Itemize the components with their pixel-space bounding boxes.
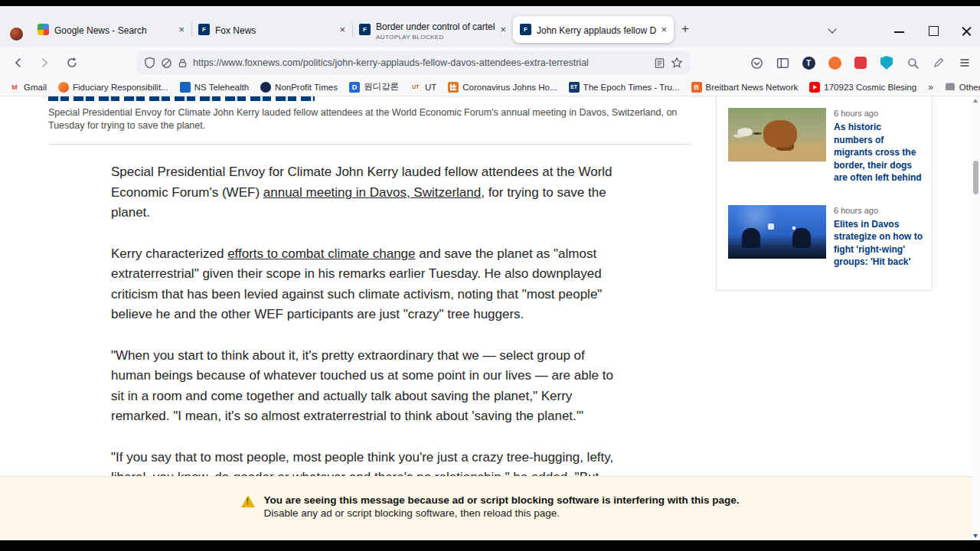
warning-triangle-icon bbox=[241, 495, 255, 507]
folder-icon bbox=[945, 82, 956, 93]
bookmark-coronavirus-jhu[interactable]: Coronavirus Johns Ho... bbox=[448, 82, 557, 93]
story-headline[interactable]: As historic numbers of migrants cross th… bbox=[834, 121, 923, 184]
address-bar[interactable]: https://www.foxnews.com/politics/john-ke… bbox=[136, 51, 691, 74]
fox-favicon bbox=[520, 24, 531, 35]
orange-grid-icon bbox=[448, 82, 459, 93]
bookmark-label: The Epoch Times - Tru... bbox=[583, 83, 680, 92]
scroll-down-arrow-icon[interactable] bbox=[973, 534, 978, 538]
forward-button[interactable] bbox=[34, 52, 55, 73]
bookmark-ut[interactable]: UT bbox=[410, 82, 436, 93]
fox-favicon bbox=[198, 24, 210, 35]
extension-pen-icon[interactable] bbox=[928, 52, 949, 73]
extension-t-circle-icon[interactable] bbox=[798, 52, 819, 73]
page-viewport: Special Presidential Envoy for Climate J… bbox=[0, 96, 980, 540]
extension-orange-circle-icon[interactable] bbox=[824, 52, 845, 73]
window-controls bbox=[891, 23, 975, 38]
sidebar-story-migrant-dogs[interactable]: 6 hours ago As historic numbers of migra… bbox=[728, 108, 923, 184]
minimize-button[interactable] bbox=[891, 23, 908, 38]
davos-meeting-link[interactable]: annual meeting in Davos, Switzerland bbox=[263, 185, 481, 200]
tab-title: Fox News bbox=[215, 25, 256, 36]
list-all-tabs-chevron-icon[interactable] bbox=[828, 24, 838, 34]
tab-google-news[interactable]: Google News - Search × bbox=[31, 16, 191, 43]
browser-window: Google News - Search × Fox News × Border… bbox=[0, 6, 980, 540]
sidebars-icon[interactable] bbox=[772, 52, 793, 73]
vertical-scrollbar[interactable] bbox=[972, 96, 980, 540]
tab-john-kerry-active[interactable]: John Kerry applauds fellow Dav × bbox=[513, 16, 674, 43]
bookmark-breitbart[interactable]: Breitbart News Network bbox=[691, 82, 799, 93]
tracking-protection-shield-icon[interactable] bbox=[144, 57, 155, 69]
breitbart-icon bbox=[691, 82, 702, 93]
story-timestamp: 6 hours ago bbox=[834, 109, 923, 118]
bookmark-gmail[interactable]: Gmail bbox=[9, 82, 47, 93]
bookmark-label: NonProfit Times bbox=[275, 83, 338, 92]
davos-panel-thumbnail-image bbox=[728, 205, 826, 259]
tab-close-icon[interactable]: × bbox=[500, 24, 506, 34]
bookmark-cosmic-blesing[interactable]: 170923 Cosmic Blesing bbox=[809, 82, 916, 93]
adblock-warning-banner: You are seeing this message because ad o… bbox=[0, 476, 980, 540]
fox-favicon bbox=[359, 24, 371, 35]
tab-fox-news[interactable]: Fox News × bbox=[191, 16, 352, 43]
navy-circle-icon bbox=[260, 82, 271, 93]
blue-d-icon bbox=[349, 82, 360, 93]
story-timestamp: 6 hours ago bbox=[834, 206, 923, 215]
paragraph-text: Kerry characterized bbox=[111, 246, 227, 261]
autoplay-blocked-badge: AUTOPLAY BLOCKED bbox=[376, 34, 495, 41]
url-text[interactable]: https://www.foxnews.com/politics/john-ke… bbox=[193, 57, 648, 68]
other-bookmarks[interactable]: Other Bookmarks bbox=[945, 82, 980, 93]
tab-title: Border under control of cartels bbox=[376, 21, 495, 32]
tab-close-icon[interactable]: × bbox=[339, 24, 345, 34]
close-button[interactable] bbox=[959, 23, 975, 38]
bookmark-label: Coronavirus Johns Ho... bbox=[462, 83, 557, 92]
bookmark-label: Gmail bbox=[24, 83, 47, 92]
banner-message-bold: You are seeing this message because ad o… bbox=[264, 494, 740, 507]
bookmark-ns-telehealth[interactable]: NS Telehealth bbox=[180, 82, 249, 93]
bookmarks-overflow-chevron[interactable]: » bbox=[928, 82, 933, 93]
profile-avatar-icon[interactable] bbox=[10, 28, 23, 41]
youtube-icon bbox=[809, 82, 820, 93]
ut-icon bbox=[410, 82, 421, 93]
tab-strip: Google News - Search × Fox News × Border… bbox=[31, 16, 674, 43]
extension-teal-shield-icon[interactable] bbox=[876, 52, 897, 73]
scrollbar-thumb[interactable] bbox=[973, 161, 978, 194]
menu-icon[interactable] bbox=[954, 52, 975, 73]
climate-change-link[interactable]: efforts to combat climate change bbox=[227, 246, 415, 261]
epoch-times-icon bbox=[569, 82, 580, 93]
sidebar-story-davos-elites[interactable]: 6 hours ago Elites in Davos strategize o… bbox=[728, 205, 923, 269]
tab-border-video[interactable]: Border under control of cartels AUTOPLAY… bbox=[352, 16, 513, 43]
gmail-icon bbox=[9, 82, 20, 93]
new-tab-button[interactable]: + bbox=[681, 21, 689, 37]
banner-message: Disable any ad or script blocking softwa… bbox=[264, 507, 740, 520]
tab-close-icon[interactable]: × bbox=[178, 24, 185, 34]
reader-mode-icon[interactable] bbox=[654, 57, 665, 69]
scroll-up-arrow-icon[interactable] bbox=[973, 99, 978, 103]
back-button[interactable] bbox=[8, 52, 29, 73]
toolbar-right-icons bbox=[746, 52, 975, 73]
extension-red-square-icon[interactable] bbox=[850, 52, 871, 73]
reload-button[interactable] bbox=[61, 52, 83, 73]
bookmark-label: Fiduciary Responsibilit... bbox=[73, 83, 168, 92]
permission-autoplay-blocked-icon[interactable] bbox=[161, 57, 172, 69]
restore-button[interactable] bbox=[925, 23, 942, 38]
orange-dot-icon bbox=[58, 82, 69, 93]
story-headline[interactable]: Elites in Davos strategize on how to fig… bbox=[834, 218, 923, 269]
lock-icon[interactable] bbox=[178, 57, 188, 69]
bookmark-nonprofit-times[interactable]: NonProfit Times bbox=[260, 82, 338, 93]
pocket-icon[interactable] bbox=[746, 52, 767, 73]
bookmark-label: NS Telehealth bbox=[194, 83, 249, 92]
bookmark-fiduciary[interactable]: Fiduciary Responsibilit... bbox=[58, 82, 168, 93]
google-news-favicon bbox=[38, 24, 49, 35]
tab-title: Google News - Search bbox=[54, 25, 147, 36]
bookmark-epoch-times[interactable]: The Epoch Times - Tru... bbox=[569, 82, 680, 93]
article-body: Special Presidential Envoy for Climate J… bbox=[111, 162, 624, 529]
related-news-sidebar: 6 hours ago As historic numbers of migra… bbox=[716, 96, 933, 291]
bookmark-star-icon[interactable] bbox=[671, 57, 683, 69]
bookmark-wondi[interactable]: 원디강론 bbox=[349, 81, 399, 93]
article-dek: Special Presidential Envoy for Climate J… bbox=[48, 106, 695, 132]
clipped-headline-remnant bbox=[48, 96, 315, 101]
extension-search-icon[interactable] bbox=[902, 52, 923, 73]
article-paragraph: "When you start to think about it, it's … bbox=[111, 346, 624, 427]
article-paragraph: Special Presidential Envoy for Climate J… bbox=[111, 162, 624, 223]
tab-close-icon[interactable]: × bbox=[661, 24, 667, 34]
tab-title: John Kerry applauds fellow Dav bbox=[537, 25, 656, 36]
bookmark-label: Breitbart News Network bbox=[706, 83, 799, 92]
